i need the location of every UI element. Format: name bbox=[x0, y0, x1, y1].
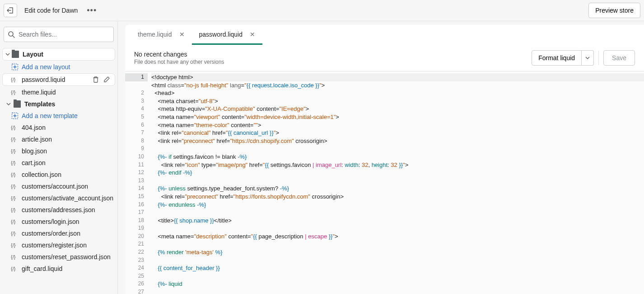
file-customers-addresses-json[interactable]: {/}customers/addresses.json bbox=[0, 204, 117, 216]
file-article-json[interactable]: {/}article.json bbox=[0, 133, 117, 145]
file-tree: Layout Add a new layout {/} password.liq… bbox=[0, 47, 117, 294]
liquid-file-icon: {/} bbox=[11, 159, 19, 166]
edit-icon[interactable] bbox=[103, 76, 110, 83]
svg-text:{/}: {/} bbox=[11, 90, 16, 95]
file-label: customers/activate_account.json bbox=[22, 194, 113, 202]
delete-icon[interactable] bbox=[92, 76, 99, 83]
file-theme-liquid[interactable]: {/} theme.liquid bbox=[0, 86, 117, 98]
editor-content: theme.liquid ✕ password.liquid ✕ No rece… bbox=[125, 25, 644, 294]
svg-text:{/}: {/} bbox=[11, 195, 16, 201]
file-label: 404.json bbox=[22, 124, 46, 131]
search-placeholder: Search files... bbox=[19, 31, 57, 38]
folder-icon bbox=[14, 100, 21, 108]
liquid-file-icon: {/} bbox=[11, 206, 19, 213]
svg-text:{/}: {/} bbox=[11, 160, 16, 166]
caret-down-icon bbox=[5, 101, 12, 107]
liquid-file-icon: {/} bbox=[11, 124, 19, 131]
close-icon[interactable]: ✕ bbox=[179, 31, 185, 38]
file-label: customers/reset_password.json bbox=[22, 253, 111, 261]
file-label: customers/addresses.json bbox=[22, 206, 95, 213]
folder-label: Layout bbox=[23, 51, 43, 58]
close-icon[interactable]: ✕ bbox=[250, 31, 255, 38]
file-customers-login-json[interactable]: {/}customers/login.json bbox=[0, 216, 117, 228]
folder-templates[interactable]: Templates bbox=[0, 98, 117, 110]
file-customers-order-json[interactable]: {/}customers/order.json bbox=[0, 228, 117, 239]
file-customers-reset_password-json[interactable]: {/}customers/reset_password.json bbox=[0, 251, 117, 263]
svg-text:{/}: {/} bbox=[11, 266, 16, 271]
liquid-file-icon: {/} bbox=[11, 89, 19, 96]
file-label: article.json bbox=[22, 136, 52, 143]
file-customers-activate_account-json[interactable]: {/}customers/activate_account.json bbox=[0, 192, 117, 204]
add-icon bbox=[11, 112, 19, 119]
divider bbox=[598, 51, 599, 65]
add-template-label: Add a new template bbox=[22, 112, 78, 119]
format-liquid-button[interactable]: Format liquid bbox=[532, 50, 582, 66]
search-input[interactable]: Search files... bbox=[4, 27, 114, 42]
liquid-file-icon: {/} bbox=[11, 253, 19, 261]
svg-text:{/}: {/} bbox=[11, 242, 16, 248]
folder-label: Templates bbox=[24, 100, 55, 108]
line-gutter: 1 2 3 4 5 6 7 8 9 10 11 12 13 14 15 16 1… bbox=[125, 71, 148, 294]
add-icon bbox=[11, 63, 19, 71]
file-customers-register-json[interactable]: {/}customers/register.json bbox=[0, 239, 117, 251]
file-label: customers/register.json bbox=[22, 242, 87, 249]
chevron-down-icon bbox=[585, 56, 590, 60]
code-area[interactable]: <!doctype html> <html class="no-js full-… bbox=[148, 71, 644, 294]
svg-text:{/}: {/} bbox=[11, 125, 16, 130]
file-label: gift_card.liquid bbox=[22, 265, 62, 272]
file-password-liquid[interactable]: {/} password.liquid bbox=[3, 74, 115, 85]
folder-icon bbox=[12, 51, 19, 58]
liquid-file-icon: {/} bbox=[11, 147, 19, 155]
file-404-json[interactable]: {/}404.json bbox=[0, 122, 117, 133]
file-status-sub: File does not have any other versions bbox=[134, 59, 224, 65]
liquid-file-icon: {/} bbox=[11, 183, 19, 190]
svg-text:{/}: {/} bbox=[11, 77, 16, 82]
more-menu-icon[interactable]: ••• bbox=[87, 6, 97, 15]
svg-text:{/}: {/} bbox=[11, 219, 16, 224]
svg-text:{/}: {/} bbox=[11, 172, 16, 177]
topbar: Edit code for Dawn ••• Preview store bbox=[0, 0, 644, 21]
svg-text:{/}: {/} bbox=[11, 137, 16, 142]
add-layout-label: Add a new layout bbox=[22, 63, 70, 71]
file-customers-account-json[interactable]: {/}customers/account.json bbox=[0, 180, 117, 192]
preview-store-button[interactable]: Preview store bbox=[588, 3, 640, 18]
search-icon bbox=[8, 31, 15, 38]
add-new-template[interactable]: Add a new template bbox=[0, 110, 117, 122]
file-blog-json[interactable]: {/}blog.json bbox=[0, 145, 117, 157]
svg-text:{/}: {/} bbox=[11, 254, 16, 260]
file-label: blog.json bbox=[22, 147, 47, 155]
file-label: customers/login.json bbox=[22, 218, 79, 225]
file-label: theme.liquid bbox=[22, 89, 56, 96]
file-cart-json[interactable]: {/}cart.json bbox=[0, 157, 117, 169]
format-dropdown-button[interactable] bbox=[582, 50, 594, 66]
liquid-file-icon: {/} bbox=[11, 218, 19, 225]
file-label: customers/order.json bbox=[22, 230, 80, 237]
file-info-bar: No recent changes File does not have any… bbox=[125, 45, 644, 71]
svg-text:{/}: {/} bbox=[11, 184, 16, 189]
file-collection-json[interactable]: {/}collection.json bbox=[0, 169, 117, 180]
file-gift_card-liquid[interactable]: {/}gift_card.liquid bbox=[0, 263, 117, 275]
add-new-layout[interactable]: Add a new layout bbox=[0, 61, 117, 73]
file-status-title: No recent changes bbox=[134, 51, 224, 58]
exit-button[interactable] bbox=[4, 4, 17, 17]
svg-text:{/}: {/} bbox=[11, 148, 16, 154]
sidebar: Search files... Layout Add a new layout … bbox=[0, 21, 118, 294]
svg-text:{/}: {/} bbox=[11, 231, 16, 236]
svg-text:{/}: {/} bbox=[11, 207, 16, 213]
code-editor[interactable]: 1 2 3 4 5 6 7 8 9 10 11 12 13 14 15 16 1… bbox=[125, 71, 644, 294]
liquid-file-icon: {/} bbox=[11, 230, 19, 237]
liquid-file-icon: {/} bbox=[11, 136, 19, 143]
save-button[interactable]: Save bbox=[603, 50, 635, 66]
tab-label: password.liquid bbox=[199, 31, 243, 38]
file-label: password.liquid bbox=[22, 76, 65, 83]
page-title: Edit code for Dawn bbox=[24, 7, 78, 14]
tabs: theme.liquid ✕ password.liquid ✕ bbox=[125, 25, 644, 45]
liquid-file-icon: {/} bbox=[11, 265, 19, 272]
tab-theme-liquid[interactable]: theme.liquid ✕ bbox=[131, 25, 192, 45]
liquid-file-icon: {/} bbox=[11, 171, 19, 178]
file-label: collection.json bbox=[22, 171, 61, 178]
tab-password-liquid[interactable]: password.liquid ✕ bbox=[192, 25, 263, 45]
caret-down-icon bbox=[5, 51, 11, 57]
tab-label: theme.liquid bbox=[138, 31, 172, 38]
folder-layout[interactable]: Layout bbox=[3, 48, 115, 60]
